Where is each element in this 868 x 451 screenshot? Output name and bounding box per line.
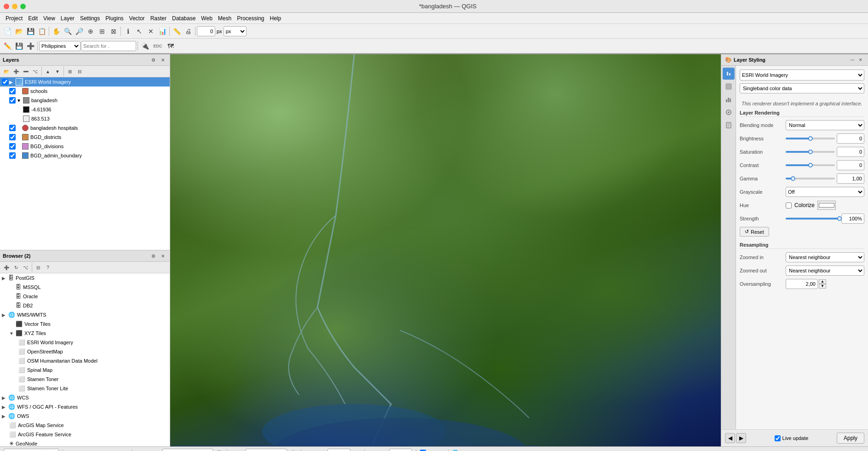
add-layer-btn[interactable]: ➕ [11,67,21,76]
browser-item-wcs[interactable]: ▶ 🌐 WCS [0,393,170,402]
style-tab-transparency[interactable] [723,81,735,93]
zoomed-out-select[interactable]: Nearest neighbour Bilinear Cubic [786,266,864,276]
oversampling-down[interactable]: ▼ [819,284,826,289]
add-feature-btn[interactable]: ➕ [25,40,36,52]
layer-item-districts[interactable]: BGD_districts [0,133,170,142]
zoom-out-btn[interactable]: 🔎 [74,26,85,37]
zoom-selection-btn[interactable]: ⊠ [108,26,119,37]
renderer-select[interactable]: Singleband color data [740,83,864,93]
strength-thumb[interactable] [837,216,842,221]
menu-view[interactable]: View [41,15,57,22]
saturation-thumb[interactable] [808,150,813,154]
menu-raster[interactable]: Raster [149,15,168,22]
open-project-btn[interactable]: 📂 [13,26,24,37]
browser-item-geonode[interactable]: ✳ GeoNode [0,439,170,446]
maximize-button[interactable] [20,4,26,9]
brightness-track[interactable] [786,138,835,139]
browser-item-esri-tile[interactable]: ⬜ ESRI World Imagery [0,338,170,347]
menu-database[interactable]: Database [170,15,197,22]
menu-processing[interactable]: Processing [235,15,266,22]
browser-add-btn[interactable]: ➕ [2,263,11,272]
oversampling-up[interactable]: ▲ [819,279,826,284]
coordinate-input[interactable]: 93.858,23.829 [162,449,213,451]
browser-options-btn[interactable]: ⚙ [149,252,157,260]
browser-refresh-btn[interactable]: ↻ [11,263,21,272]
browser-item-mssql[interactable]: 🗄 MSSQL [0,283,170,292]
toggle-editing-btn[interactable]: ✏️ [2,40,13,52]
rotation-status-input[interactable]: 0,0 ° [389,449,412,451]
browser-item-db2[interactable]: 🗄 DB2 [0,301,170,310]
magnifier-up-btn[interactable]: ▲ [352,449,361,451]
collapse-all-btn[interactable]: ⊟ [75,67,84,76]
browser-item-arcgis-map[interactable]: ⬜ ArcGIS Map Service [0,421,170,430]
layer-check-boundary[interactable] [9,152,16,159]
scale-lock-btn[interactable]: 🔒 [289,449,297,451]
layer-expand-bangladesh[interactable]: ▼ [17,98,22,103]
layer-item-esri[interactable]: ▶ ESRI World Imagery [0,77,170,87]
contrast-input[interactable]: 0 [837,160,864,170]
grayscale-select[interactable]: Off By luminosity By lightness By averag… [786,187,864,197]
save-as-btn[interactable]: 📋 [36,26,47,37]
saturation-track[interactable] [786,151,835,153]
browser-item-spinal[interactable]: ⬜ Spinal Map [0,365,170,375]
ows-expand[interactable]: ▶ [2,414,8,419]
menu-settings[interactable]: Settings [78,15,102,22]
menu-plugins[interactable]: Plugins [103,15,125,22]
wcs-expand[interactable]: ▶ [2,395,8,400]
attribute-table-btn[interactable]: 📊 [157,26,168,37]
menu-project[interactable]: Project [4,15,24,22]
blending-select[interactable]: Normal Lighten Multiply [786,120,864,130]
menu-mesh[interactable]: Mesh [216,15,233,22]
print-btn[interactable]: 🖨 [183,26,194,37]
zoom-in-btn[interactable]: 🔍 [62,26,73,37]
save-edits-btn[interactable]: 💾 [13,40,24,52]
gamma-input[interactable]: 1,00 [837,173,864,184]
magnifier-input[interactable]: 100% [328,449,351,451]
expand-all-btn[interactable]: ⊞ [65,67,75,76]
saturation-input[interactable]: 0 [837,147,864,157]
open-layer-btn[interactable]: 📂 [2,67,11,76]
move-up-btn[interactable]: ▲ [43,67,52,76]
save-btn[interactable]: 💾 [25,26,36,37]
browser-help-btn[interactable]: ? [43,263,52,272]
rotation-input[interactable] [197,26,215,36]
scale-input[interactable]: 1:1956798 [246,449,287,451]
browser-filter-btn[interactable]: ⌥ [21,263,30,272]
layer-check-divisions[interactable] [9,143,16,150]
browser-item-osm[interactable]: ⬜ OpenStreetMap [0,347,170,356]
remove-layer-btn[interactable]: ➖ [21,67,30,76]
new-project-btn[interactable]: 📄 [2,26,13,37]
layer-item-bangladesh[interactable]: ▼ bangladesh [0,96,170,105]
styling-minimize-btn[interactable]: — [849,56,856,64]
unit-select[interactable]: px [224,26,247,36]
browser-item-postgis[interactable]: ▶ 🗄 PostGIS [0,273,170,283]
browser-item-wms[interactable]: ▶ 🌐 WMS/WMTS [0,310,170,319]
plugin-btn-1[interactable]: 🔌 [139,40,150,52]
browser-close-btn[interactable]: ✕ [159,252,167,260]
locate-input[interactable] [4,449,59,451]
browser-item-osmhd[interactable]: ⬜ OSM Humanitarian Data Model [0,356,170,365]
layer-item-boundary[interactable]: BGD_admin_boundary [0,151,170,160]
menu-vector[interactable]: Vector [127,15,147,22]
deselect-btn[interactable]: ✕ [145,26,156,37]
apply-button[interactable]: Apply [837,433,864,444]
style-forward-btn[interactable]: ▶ [736,433,746,443]
layers-close-btn[interactable]: ✕ [159,56,167,64]
identify-btn[interactable]: ℹ [122,26,133,37]
contrast-thumb[interactable] [808,163,813,168]
layer-name-dropdown[interactable]: ESRI World Imagery [740,69,864,81]
browser-collapse-btn[interactable]: ⊟ [34,263,43,272]
gamma-thumb[interactable] [791,176,795,181]
move-down-btn[interactable]: ▼ [53,67,62,76]
zoom-layer-btn[interactable]: ⊞ [97,26,108,37]
layer-item-val2[interactable]: 863.513 [0,114,170,123]
plugin-btn-2[interactable]: 🗺 [165,40,176,52]
layer-check-schools[interactable] [9,88,16,94]
edc-btn[interactable]: EDC [151,40,165,52]
colorize-checkbox[interactable] [786,202,792,208]
brightness-input[interactable]: 0 [837,133,864,144]
location-select[interactable]: Philippines [39,41,80,51]
zoom-full-btn[interactable]: ⊕ [85,26,96,37]
style-tab-histogram[interactable] [723,93,735,105]
style-tab-symbology[interactable] [723,68,735,80]
